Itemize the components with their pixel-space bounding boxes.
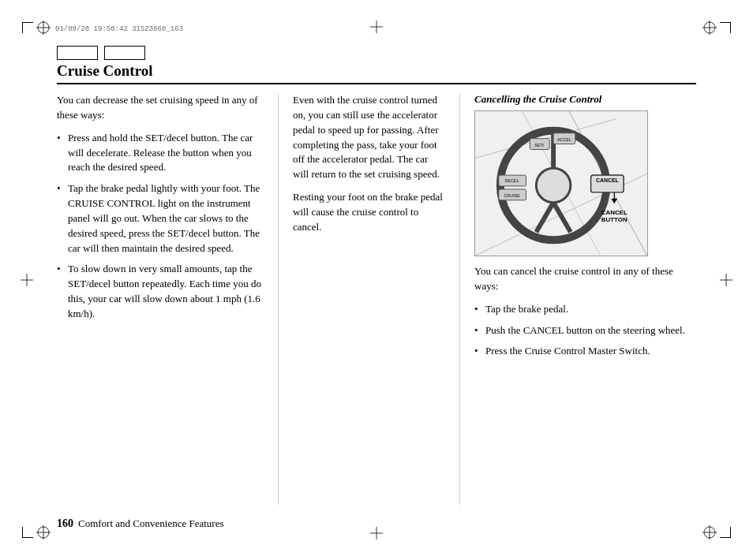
reg-mark-tl [36, 21, 51, 35]
left-bullet-2: Tap the brake pedal lightly with your fo… [57, 181, 264, 256]
svg-text:CANCEL: CANCEL [601, 209, 628, 216]
right-bullet-2: Push the CANCEL button on the steering w… [474, 323, 696, 338]
right-bullet-1: Tap the brake pedal. [474, 302, 696, 317]
corner-mark-bl [22, 527, 33, 538]
right-intro: You can cancel the cruise control in any… [474, 264, 696, 294]
left-intro: You can decrease the set cruising speed … [57, 93, 264, 123]
svg-text:DECEL: DECEL [505, 178, 519, 183]
corner-mark-tl [22, 22, 33, 33]
corner-mark-tr [720, 22, 731, 33]
page: 01/09/28 19:50:42 31SZ3660_163 Cruise Co… [0, 0, 753, 560]
right-bullet-list: Tap the brake pedal. Push the CANCEL but… [474, 302, 696, 360]
crosshair-left [21, 274, 33, 286]
main-content: You can decrease the set cruising speed … [57, 93, 696, 505]
reg-mark-tr [702, 21, 717, 35]
svg-text:CANCEL: CANCEL [596, 177, 619, 183]
reg-mark-br [702, 525, 717, 539]
footer-section-title: Comfort and Convenience Features [78, 517, 223, 530]
svg-point-26 [536, 168, 571, 203]
header-metadata: 01/09/28 19:50:42 31SZ3660_163 [55, 25, 183, 33]
svg-text:BUTTON: BUTTON [601, 216, 628, 223]
crosshair-right [720, 274, 732, 286]
reg-mark-bl [36, 525, 51, 539]
svg-text:SET/: SET/ [534, 143, 545, 147]
diagram-title: Cancelling the Cruise Control [474, 93, 696, 106]
right-column: Cancelling the Cruise Control [459, 93, 696, 505]
steering-wheel-diagram: SET/ ACCEL CANCEL DECEL CRUISE CAN [474, 110, 648, 256]
page-number: 160 [57, 517, 73, 530]
middle-column: Even with the cruise control turned on, … [278, 93, 459, 505]
middle-para-1: Even with the cruise control turned on, … [293, 93, 445, 182]
left-bullet-3: To slow down in very small amounts, tap … [57, 262, 264, 321]
right-bullet-3: Press the Cruise Control Master Switch. [474, 344, 696, 359]
corner-mark-br [720, 527, 731, 538]
left-bullet-1: Press and hold the SET/decel button. The… [57, 131, 264, 176]
crosshair-top [370, 21, 383, 33]
timestamp-text: 01/09/28 19:50:42 31SZ3660_163 [55, 25, 183, 33]
svg-text:CRUISE: CRUISE [504, 193, 520, 198]
steering-wheel-svg: SET/ ACCEL CANCEL DECEL CRUISE CAN [475, 111, 647, 256]
title-area: Cruise Control [57, 51, 696, 84]
footer: 160 Comfort and Convenience Features [57, 517, 696, 530]
middle-para-2: Resting your foot on the brake pedal wil… [293, 190, 445, 235]
left-column: You can decrease the set cruising speed … [57, 93, 278, 505]
page-title: Cruise Control [57, 62, 696, 84]
left-bullet-list: Press and hold the SET/decel button. The… [57, 131, 264, 322]
svg-text:ACCEL: ACCEL [557, 137, 571, 142]
